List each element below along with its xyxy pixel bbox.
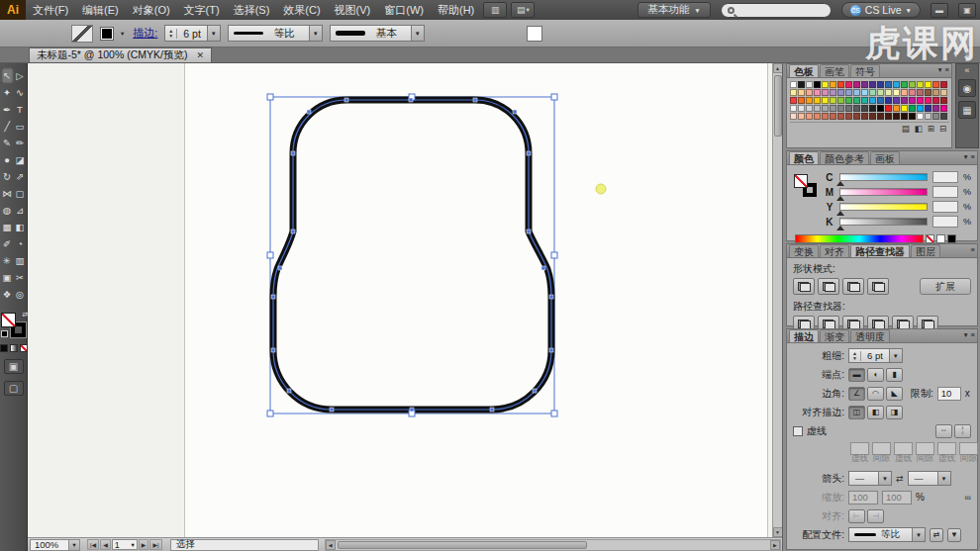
panel-tab[interactable]: 渐变 xyxy=(820,329,849,342)
swatch[interactable] xyxy=(798,97,805,104)
menu-item[interactable]: 文字(T) xyxy=(177,0,227,20)
swatch[interactable] xyxy=(814,89,821,96)
channel-slider[interactable] xyxy=(839,173,928,181)
swatch[interactable] xyxy=(925,81,931,88)
flip-across-button[interactable]: ▼ xyxy=(947,528,961,542)
menu-item[interactable]: 选择(S) xyxy=(227,0,277,20)
swatch-kinds-icon[interactable]: ◧ xyxy=(915,124,923,134)
none-mode-button[interactable] xyxy=(20,344,28,352)
swatch[interactable] xyxy=(940,97,947,104)
swatch[interactable] xyxy=(901,113,908,120)
style-swatch[interactable] xyxy=(527,26,542,42)
swatch[interactable] xyxy=(822,89,829,96)
chevron-down-icon[interactable]: ▼ xyxy=(878,472,891,485)
previous-artboard-icon[interactable]: ◀ xyxy=(100,539,111,550)
gradient-mode-button[interactable] xyxy=(10,344,18,352)
panel-menu-icon[interactable]: ≡ xyxy=(971,330,975,339)
menu-item[interactable]: 文件(F) xyxy=(26,0,75,20)
workspace-switcher[interactable]: 基本功能 ▼ xyxy=(637,2,710,18)
panel-menu-icon[interactable]: ≡ xyxy=(971,152,975,161)
none-swatch[interactable] xyxy=(926,234,934,243)
scale-tool[interactable]: ⇗ xyxy=(14,168,27,185)
free-transform-tool[interactable]: ▢ xyxy=(14,185,27,202)
lasso-tool[interactable]: ∿ xyxy=(14,84,27,101)
circle-panel-icon[interactable]: ◉ xyxy=(958,79,976,97)
arrow-start-select[interactable]: — ▼ xyxy=(848,471,892,486)
white-swatch[interactable] xyxy=(936,234,945,243)
fill-color-swatch[interactable] xyxy=(1,313,16,327)
swatch[interactable] xyxy=(806,113,813,120)
panel-tab[interactable]: 透明度 xyxy=(850,329,890,342)
anchor-points[interactable] xyxy=(271,98,553,412)
chevron-down-icon[interactable]: ▾ xyxy=(121,30,124,38)
direct-selection-tool[interactable]: ▷ xyxy=(14,67,27,84)
mesh-tool[interactable]: ▦ xyxy=(1,219,14,235)
selected-path[interactable] xyxy=(273,100,551,410)
panel-tab[interactable]: 图层 xyxy=(911,244,940,257)
swatch[interactable] xyxy=(822,81,829,88)
swatch[interactable] xyxy=(909,105,916,112)
swatch[interactable] xyxy=(845,89,852,96)
magic-wand-tool[interactable]: ✦ xyxy=(1,84,14,101)
swatch[interactable] xyxy=(940,105,947,112)
swatch[interactable] xyxy=(845,105,852,112)
swatch[interactable] xyxy=(830,105,836,112)
swatch[interactable] xyxy=(925,89,931,96)
swatch[interactable] xyxy=(917,81,924,88)
default-fill-stroke-icon[interactable] xyxy=(1,330,8,337)
swatch[interactable] xyxy=(790,81,797,88)
swatch[interactable] xyxy=(932,89,939,96)
projecting-cap-button[interactable]: ▮ xyxy=(886,368,903,382)
width-tool[interactable]: ⋈ xyxy=(1,185,14,202)
channel-value-field[interactable] xyxy=(932,201,958,213)
swatch[interactable] xyxy=(901,89,908,96)
swatch[interactable] xyxy=(790,97,797,104)
swatch[interactable] xyxy=(869,81,876,88)
swatch[interactable] xyxy=(845,113,852,120)
channel-slider[interactable] xyxy=(839,188,928,196)
dashed-line-checkbox[interactable] xyxy=(793,426,803,436)
swatch[interactable] xyxy=(893,105,900,112)
delete-swatch-icon[interactable]: ⊟ xyxy=(939,124,946,134)
swatch[interactable] xyxy=(822,113,829,120)
swatch[interactable] xyxy=(909,113,916,120)
panel-tab[interactable]: 颜色 xyxy=(789,151,819,164)
swatch[interactable] xyxy=(798,81,805,88)
swatch[interactable] xyxy=(901,81,908,88)
gradient-tool[interactable]: ◧ xyxy=(14,219,27,235)
chevron-down-icon[interactable]: ▾ xyxy=(938,65,942,74)
chevron-down-icon[interactable]: ▾ xyxy=(964,152,968,161)
channel-value-field[interactable] xyxy=(932,186,958,198)
chevron-down-icon[interactable]: ▼ xyxy=(937,472,950,485)
swap-arrowheads-icon[interactable]: ⇄ xyxy=(896,474,904,484)
stroke-color-swatch[interactable] xyxy=(100,27,114,41)
perspective-grid-tool[interactable]: ⊿ xyxy=(14,202,27,219)
last-artboard-icon[interactable]: ▶| xyxy=(149,539,161,550)
swatch[interactable] xyxy=(798,105,805,112)
swatch[interactable] xyxy=(845,97,852,104)
vertical-scrollbar[interactable]: ▲ ▼ xyxy=(772,63,782,537)
swatch[interactable] xyxy=(837,97,844,104)
swatch[interactable] xyxy=(932,105,939,112)
rotate-tool[interactable]: ↻ xyxy=(1,168,14,185)
swatch[interactable] xyxy=(853,113,860,120)
swatch[interactable] xyxy=(917,105,924,112)
swatch[interactable] xyxy=(893,113,900,120)
zoom-tool[interactable]: ◎ xyxy=(14,286,27,303)
paintbrush-tool[interactable]: ✎ xyxy=(1,135,14,151)
swatch[interactable] xyxy=(814,105,821,112)
unite-button[interactable] xyxy=(793,278,815,295)
panel-tab[interactable]: 色板 xyxy=(789,64,819,77)
document-tab[interactable]: 未标题-5* @ 100% (CMYK/预览) ✕ xyxy=(29,47,212,62)
swatch[interactable] xyxy=(885,81,892,88)
swatch[interactable] xyxy=(830,97,836,104)
panel-tab[interactable]: 变换 xyxy=(789,244,819,257)
swatch[interactable] xyxy=(917,89,924,96)
panel-menu-icon[interactable]: ≡ xyxy=(971,245,975,254)
swatch[interactable] xyxy=(806,89,813,96)
miter-join-button[interactable]: ∠ xyxy=(848,387,865,401)
swatch[interactable] xyxy=(877,89,884,96)
panel-tab[interactable]: 画板 xyxy=(870,151,900,164)
bounding-box-handles[interactable] xyxy=(267,94,557,416)
chevron-down-icon[interactable]: ▼ xyxy=(411,26,424,41)
